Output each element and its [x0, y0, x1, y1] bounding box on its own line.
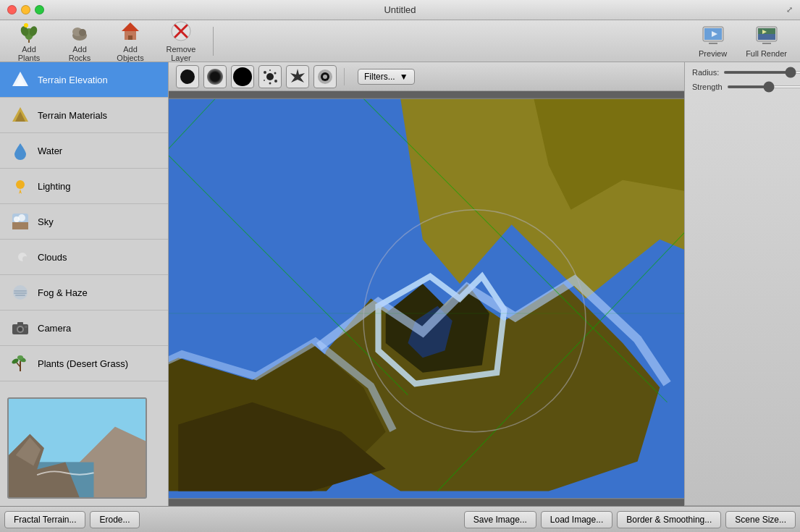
- strength-label: Strength: [692, 83, 723, 91]
- window-title: Untitled: [384, 4, 416, 15]
- radius-label: Radius:: [692, 68, 719, 77]
- close-button[interactable]: [7, 5, 17, 14]
- svg-rect-29: [12, 222, 28, 229]
- svg-point-54: [274, 72, 277, 74]
- terrain-svg: [169, 91, 684, 506]
- svg-point-62: [323, 75, 327, 79]
- svg-point-4: [24, 23, 28, 28]
- sidebar: Terrain Elevation Terrain Materials Wate…: [0, 62, 169, 506]
- sidebar-item-sky[interactable]: Sky: [0, 204, 168, 240]
- water-label: Water: [38, 145, 62, 156]
- fog-haze-label: Fog & Haze: [38, 287, 88, 298]
- save-image-button[interactable]: Save Image...: [464, 511, 536, 528]
- brush-1-icon: [180, 69, 195, 84]
- svg-point-57: [269, 69, 271, 71]
- window-controls: [7, 5, 44, 14]
- lighting-label: Lighting: [38, 181, 71, 192]
- clouds-label: Clouds: [38, 252, 67, 263]
- add-objects-icon: [119, 20, 142, 43]
- svg-point-35: [22, 256, 28, 262]
- svg-marker-59: [290, 69, 305, 83]
- svg-point-31: [18, 214, 25, 221]
- fractal-terrain-button[interactable]: Fractal Terrain...: [4, 511, 85, 528]
- brush-button-3[interactable]: [231, 65, 254, 88]
- filters-dropdown[interactable]: Filters... ▼: [358, 69, 415, 85]
- svg-point-7: [79, 29, 86, 36]
- add-rocks-button[interactable]: Add Rocks: [58, 17, 101, 65]
- sidebar-item-clouds[interactable]: Clouds: [0, 240, 168, 275]
- add-objects-button[interactable]: Add Objects: [109, 17, 152, 65]
- svg-rect-43: [17, 322, 23, 325]
- add-rocks-icon: [68, 20, 91, 43]
- full-render-button[interactable]: Full Render: [740, 21, 793, 61]
- brush-button-6[interactable]: [313, 65, 337, 88]
- radius-row: Radius:: [692, 68, 793, 77]
- sidebar-item-plants[interactable]: Plants (Desert Grass): [0, 346, 168, 381]
- brush-button-4[interactable]: [258, 65, 282, 88]
- terrain-canvas[interactable]: [169, 91, 684, 506]
- full-render-label: Full Render: [746, 49, 787, 58]
- preview-label: Preview: [699, 49, 727, 58]
- add-plants-label: Add Plants: [10, 45, 48, 62]
- maximize-button[interactable]: [35, 5, 44, 14]
- preview-thumbnail: [7, 397, 147, 499]
- svg-rect-10: [128, 35, 132, 40]
- main-toolbar: Add Plants Add Rocks Add Objects: [0, 20, 800, 62]
- svg-rect-17: [709, 43, 717, 44]
- brush-separator: [344, 68, 345, 85]
- sidebar-item-lighting[interactable]: Lighting: [0, 169, 168, 204]
- sky-icon: [10, 211, 30, 232]
- terrain-elevation-label: Terrain Elevation: [38, 75, 108, 85]
- expand-icon[interactable]: ⤢: [786, 5, 793, 14]
- svg-point-27: [16, 180, 25, 189]
- filters-chevron: ▼: [400, 72, 408, 82]
- svg-point-56: [274, 80, 277, 83]
- brush-4-icon: [261, 67, 279, 86]
- filters-label: Filters...: [364, 72, 395, 82]
- terrain-elevation-icon: [10, 69, 30, 90]
- sidebar-item-water[interactable]: Water: [0, 133, 168, 169]
- sidebar-item-terrain-materials[interactable]: Terrain Materials: [0, 98, 168, 133]
- brush-toolbar: Filters... ▼: [169, 62, 684, 91]
- brush-button-2[interactable]: [203, 65, 227, 88]
- brush-6-icon: [316, 67, 334, 86]
- water-icon: [10, 140, 30, 161]
- right-panel: Radius: Strength: [684, 62, 800, 506]
- add-rocks-label: Add Rocks: [61, 45, 98, 62]
- sidebar-item-fog-haze[interactable]: Fog & Haze: [0, 275, 168, 311]
- canvas-area: Filters... ▼: [169, 62, 684, 506]
- erode-button[interactable]: Erode...: [90, 511, 139, 528]
- preview-button[interactable]: Preview: [693, 21, 733, 61]
- sidebar-item-camera[interactable]: Camera: [0, 311, 168, 346]
- add-plants-icon: [17, 20, 41, 43]
- load-image-button[interactable]: Load Image...: [541, 511, 612, 528]
- strength-slider[interactable]: [727, 85, 800, 88]
- minimize-button[interactable]: [21, 5, 30, 14]
- main-layout: Terrain Elevation Terrain Materials Wate…: [0, 62, 800, 506]
- sky-label: Sky: [38, 216, 54, 227]
- radius-slider[interactable]: [723, 71, 800, 74]
- sidebar-item-terrain-elevation[interactable]: Terrain Elevation: [0, 62, 168, 98]
- scene-size-button[interactable]: Scene Size...: [725, 511, 796, 528]
- svg-point-53: [264, 71, 266, 74]
- svg-point-49: [17, 355, 23, 360]
- toolbar-separator: [213, 27, 214, 56]
- remove-layer-button[interactable]: Remove Layer: [159, 17, 203, 65]
- brush-2-icon: [207, 69, 223, 85]
- plants-label: Plants (Desert Grass): [38, 358, 128, 369]
- add-objects-label: Add Objects: [111, 45, 149, 62]
- lighting-icon: [10, 176, 30, 196]
- terrain-materials-icon: [10, 105, 30, 125]
- remove-layer-label: Remove Layer: [162, 45, 200, 62]
- brush-button-5[interactable]: [286, 65, 309, 88]
- brush-button-1[interactable]: [176, 65, 199, 88]
- canvas-row: Filters... ▼: [169, 62, 800, 506]
- brush-5-icon: [288, 67, 307, 86]
- add-plants-button[interactable]: Add Plants: [7, 17, 51, 65]
- svg-marker-9: [122, 22, 139, 31]
- strength-row: Strength: [692, 83, 793, 91]
- border-smoothing-button[interactable]: Border & Smoothing...: [617, 511, 721, 528]
- camera-label: Camera: [38, 323, 71, 334]
- bottom-bar: Fractal Terrain... Erode... Save Image..…: [0, 506, 800, 532]
- titlebar: Untitled ⤢: [0, 0, 800, 20]
